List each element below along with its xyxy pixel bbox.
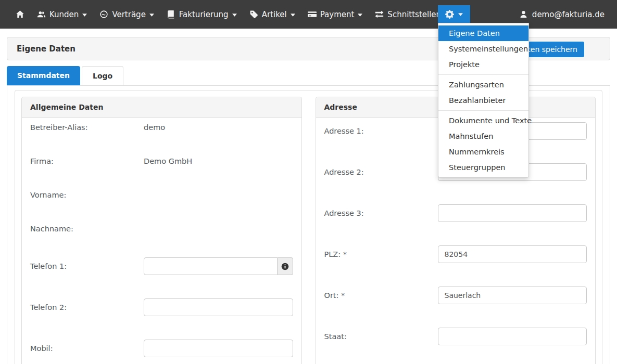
field-label-adresse-3: Adresse 3:	[324, 209, 438, 217]
user-icon	[519, 10, 528, 19]
dropdown-item-eigene-daten[interactable]: Eigene Daten	[438, 25, 528, 41]
field-row-adresse-3: Adresse 3:	[324, 204, 587, 222]
field-label-adresse-2: Adresse 2:	[324, 168, 438, 176]
caret-down-icon	[149, 12, 154, 17]
dropdown-item-projekte[interactable]: Projekte	[438, 57, 528, 72]
panel-general-title: Allgemeine Daten	[22, 97, 301, 118]
nav-item-label: Verträge	[112, 10, 145, 19]
dropdown-item-bezahlanbieter[interactable]: Bezahlanbieter	[438, 93, 528, 108]
field-row-nachname: Nachname:	[30, 224, 293, 234]
telefon-2-input[interactable]	[144, 298, 293, 316]
nav-item-payment[interactable]: Payment	[301, 6, 369, 23]
nav-item-label: Artikel	[262, 10, 287, 19]
field-row-telefon-2: Telefon 2:	[30, 298, 293, 316]
adresse-3-input[interactable]	[438, 204, 587, 222]
nav-item-home[interactable]	[9, 6, 31, 23]
ort-input[interactable]	[438, 287, 587, 304]
field-label-telefon-2: Telefon 2:	[30, 303, 144, 311]
book-icon	[167, 10, 175, 19]
field-label-staat: Staat:	[324, 332, 438, 341]
page-title: Eigene Daten	[17, 44, 75, 54]
field-label-firma: Firma:	[30, 157, 144, 165]
field-label-mobil: Mobil:	[30, 344, 144, 353]
panel-general-data: Allgemeine Daten Betreiber-Alias:demoFir…	[21, 97, 302, 364]
settings-dropdown-menu: Eigene DatenSystemeinstellungenProjekteZ…	[438, 23, 529, 178]
dropdown-item-dokumente-und-texte[interactable]: Dokumente und Texte	[438, 113, 528, 128]
caret-down-icon	[458, 12, 463, 16]
field-row-plz: PLZ: *	[324, 245, 587, 263]
nav-item-label: Kunden	[49, 10, 79, 19]
telefon-1-input[interactable]	[144, 257, 278, 275]
field-row-firma: Firma:Demo GmbH	[30, 156, 293, 166]
field-row-ort: Ort: *	[324, 287, 587, 304]
field-label-nachname: Nachname:	[30, 225, 144, 233]
field-value-betreiber-alias: demo	[144, 123, 165, 132]
caret-down-icon	[358, 12, 362, 17]
staat-input[interactable]	[438, 328, 587, 345]
mobil-input[interactable]	[144, 340, 293, 357]
field-row-betreiber-alias: Betreiber-Alias:demo	[30, 122, 293, 133]
tab-logo[interactable]: Logo	[82, 66, 123, 85]
field-label-adresse-1: Adresse 1:	[324, 127, 438, 135]
field-value-firma: Demo GmbH	[144, 157, 192, 165]
dropdown-divider	[438, 74, 528, 75]
tab-stammdaten[interactable]: Stammdaten	[7, 66, 80, 85]
field-row-vorname: Vorname:	[30, 190, 293, 200]
info-icon	[281, 263, 289, 270]
field-label-vorname: Vorname:	[30, 191, 144, 199]
dropdown-item-zahlungsarten[interactable]: Zahlungsarten	[438, 77, 528, 93]
top-navbar: KundenVerträgeFakturierungArtikelPayment…	[0, 0, 617, 29]
nav-item-kunden[interactable]: Kunden	[31, 6, 93, 23]
nav-item-vertr-ge[interactable]: Verträge	[93, 6, 160, 23]
field-row-staat: Staat:	[324, 328, 587, 345]
caret-down-icon	[232, 12, 237, 17]
nav-item-user-account[interactable]: demo@fakturia.de	[516, 6, 608, 23]
home-icon	[16, 10, 24, 19]
field-label-ort: Ort: *	[324, 291, 438, 300]
gear-icon	[445, 10, 454, 19]
field-label-betreiber-alias: Betreiber-Alias:	[30, 123, 144, 132]
dropdown-item-mahnstufen[interactable]: Mahnstufen	[438, 128, 528, 144]
field-label-telefon-1: Telefon 1:	[30, 262, 144, 270]
dropdown-item-systemeinstellungen[interactable]: Systemeinstellungen	[438, 41, 528, 57]
credit-card-icon	[308, 10, 317, 19]
dropdown-item-nummernkreis[interactable]: Nummernkreis	[438, 144, 528, 160]
dropdown-divider	[438, 110, 528, 111]
caret-down-icon	[291, 12, 295, 17]
exchange-icon	[375, 10, 384, 19]
nav-item-settings[interactable]: Eigene DatenSystemeinstellungenProjekteZ…	[438, 5, 470, 23]
input-addon-button[interactable]	[278, 257, 293, 275]
users-icon	[37, 10, 46, 19]
nav-item-label: Fakturierung	[179, 10, 229, 19]
user-email: demo@fakturia.de	[532, 10, 605, 19]
nav-item-artikel[interactable]: Artikel	[243, 6, 301, 23]
handshake-icon	[99, 10, 108, 19]
field-label-plz: PLZ: *	[324, 250, 438, 258]
field-row-telefon-1: Telefon 1:	[30, 257, 293, 275]
nav-item-label: Payment	[320, 10, 355, 19]
caret-down-icon	[82, 12, 87, 17]
tags-icon	[249, 10, 258, 19]
nav-item-label: Schnittstellen	[387, 10, 441, 19]
plz-input[interactable]	[438, 245, 587, 263]
nav-item-fakturierung[interactable]: Fakturierung	[160, 6, 243, 23]
field-row-mobil: Mobil:	[30, 340, 293, 357]
dropdown-item-steuergruppen[interactable]: Steuergruppen	[438, 160, 528, 175]
